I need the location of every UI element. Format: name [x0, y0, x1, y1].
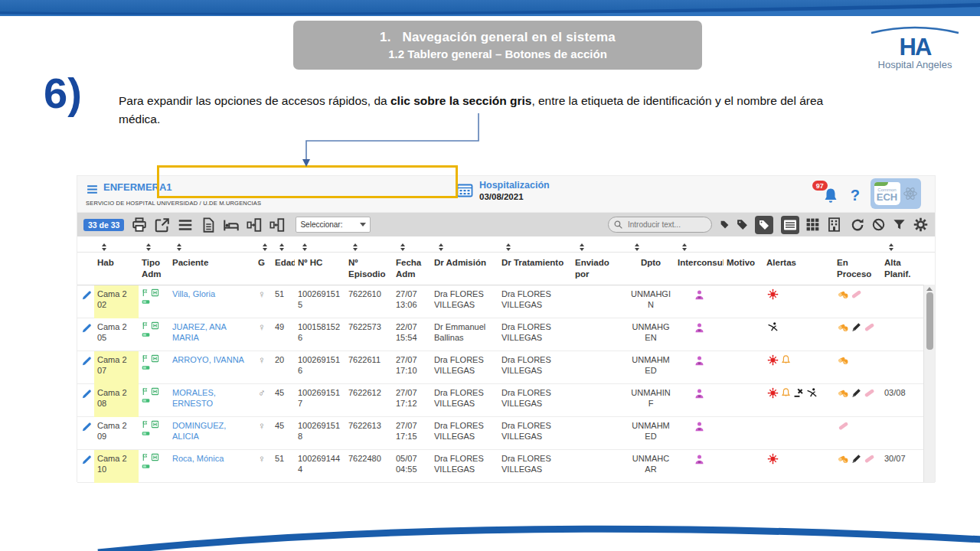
column-header-g[interactable]: G: [255, 253, 272, 269]
printer-icon[interactable]: [131, 217, 148, 233]
document-icon[interactable]: [200, 217, 217, 233]
scrollbar-thumb[interactable]: [926, 292, 933, 350]
edit-pencil-icon[interactable]: [81, 355, 93, 367]
column-header-hab[interactable]: Hab: [94, 253, 139, 269]
hamburger-menu-icon[interactable]: [86, 183, 99, 196]
patient-link[interactable]: Villa, Gloria: [172, 289, 215, 298]
edit-pencil-icon[interactable]: [81, 289, 93, 301]
sort-control-episodio[interactable]: [348, 243, 358, 251]
edit-pencil-icon[interactable]: [81, 421, 93, 432]
table-row[interactable]: Cama 2 09DOMINGUEZ, ALICIA♀4510026915187…: [77, 417, 935, 450]
table-row[interactable]: Cama 2 08MORALES, ERNESTO♂45100269151776…: [77, 384, 935, 417]
select-dropdown-label: Seleccionar:: [300, 220, 342, 229]
record-count-badge[interactable]: 33 de 33: [83, 219, 124, 231]
step-number: 6): [44, 72, 82, 115]
table-scrollbar[interactable]: [923, 285, 935, 482]
admission-type-icons: [142, 289, 168, 307]
tag-small-icon[interactable]: [720, 220, 730, 230]
list-view-icon[interactable]: [781, 216, 799, 234]
table-row[interactable]: Cama 2 07ARROYO, IVANNA♀2010026915167622…: [77, 351, 935, 384]
grid-view-icon[interactable]: [805, 217, 820, 232]
sort-control-hc[interactable]: [298, 243, 307, 251]
sort-control-paciente[interactable]: [172, 243, 181, 251]
transfer-out-icon[interactable]: [246, 217, 263, 233]
pen-icon: [851, 387, 862, 399]
column-header-dr_tratamiento[interactable]: Dr Tratamiento: [498, 253, 572, 269]
column-header-en_proceso: En Proceso: [834, 253, 881, 280]
sort-control-dpto[interactable]: [630, 243, 639, 251]
table-row[interactable]: Cama 2 10Roca, Mónica♀511002691444762248…: [77, 450, 935, 483]
sort-control-fecha_adm[interactable]: [396, 243, 405, 251]
column-header-fecha_adm[interactable]: Fecha Adm: [393, 253, 431, 280]
edit-pencil-icon[interactable]: [81, 322, 93, 334]
sort-control-dr_tratamiento[interactable]: [501, 243, 511, 251]
column-header-paciente[interactable]: Paciente: [169, 253, 255, 269]
column-header-dpto[interactable]: Dpto: [627, 253, 675, 269]
select-dropdown[interactable]: Seleccionar:: [296, 217, 371, 233]
column-header-enviado_por[interactable]: Enviado por: [572, 253, 627, 280]
sort-control-enviado_por[interactable]: [575, 243, 584, 251]
column-header-dr_admision[interactable]: Dr Admisión: [431, 253, 498, 269]
column-header-tipo_adm[interactable]: Tipo Adm: [139, 253, 169, 280]
consult-person-icon[interactable]: [694, 454, 705, 465]
edit-pencil-icon[interactable]: [81, 454, 93, 465]
column-header-episodio[interactable]: Nº Episodio: [345, 253, 393, 280]
cell-episodio: 7622613: [345, 417, 393, 431]
tag-medium-icon[interactable]: [736, 218, 749, 231]
external-link-icon[interactable]: [154, 217, 171, 233]
gray-section-highlight-box[interactable]: [157, 165, 458, 198]
search-box: [608, 217, 712, 233]
column-header-interconsultas[interactable]: Interconsultas: [675, 253, 724, 269]
pills-icon: [838, 387, 849, 399]
tag-selected-icon[interactable]: [755, 216, 773, 234]
cell-paciente: MORALES, ERNESTO: [169, 384, 255, 409]
gavel-icon: [793, 387, 805, 399]
ech-logo-main-text: ECH: [877, 192, 897, 202]
patient-link[interactable]: JUAREZ, ANA MARIA: [172, 322, 226, 342]
consult-person-icon[interactable]: [694, 388, 705, 399]
sort-control-alta_planif[interactable]: [884, 243, 893, 251]
cell-dpto: UNMAHMED: [627, 417, 675, 442]
cell-dr_tratamiento: Dra FLORES VILLEGAS: [498, 450, 572, 475]
refresh-icon[interactable]: [850, 217, 865, 233]
help-button[interactable]: ?: [851, 187, 860, 204]
service-label: SERVICIO DE HOSPITAL UNIVERSIDAD / U.DE …: [86, 200, 261, 207]
cell-hab: [94, 238, 139, 251]
sort-control-tipo_adm[interactable]: [142, 243, 151, 251]
admission-type-icons: [142, 387, 168, 406]
sort-control-edad[interactable]: [275, 243, 284, 251]
sort-control-g[interactable]: [258, 243, 267, 251]
edit-pencil-icon[interactable]: [81, 388, 93, 399]
block-icon[interactable]: [871, 217, 886, 232]
notifications-button[interactable]: 97: [822, 187, 840, 207]
consult-person-icon[interactable]: [694, 421, 705, 432]
sort-control-interconsultas[interactable]: [678, 243, 687, 251]
bed-icon[interactable]: [223, 217, 240, 233]
transfer-in-icon[interactable]: [269, 217, 286, 233]
menu-lines-icon[interactable]: [177, 217, 194, 233]
gear-icon[interactable]: [913, 217, 929, 233]
search-input[interactable]: [608, 217, 712, 233]
cell-alta_planif: [881, 351, 920, 354]
patient-link[interactable]: ARROYO, IVANNA: [172, 355, 244, 364]
filter-icon[interactable]: [892, 217, 906, 232]
cell-edad: 45: [272, 384, 295, 398]
consult-person-icon[interactable]: [694, 289, 705, 301]
cell-interconsultas: [675, 238, 724, 251]
patient-link[interactable]: DOMINGUEZ, ALICIA: [172, 421, 226, 441]
sort-control-hab[interactable]: [97, 243, 106, 251]
column-header-edad[interactable]: Edad: [272, 253, 295, 269]
table-row[interactable]: Cama 2 05JUAREZ, ANA MARIA♀4910015815267…: [77, 318, 935, 351]
patient-link[interactable]: MORALES, ERNESTO: [172, 388, 216, 408]
cell-interconsultas: [675, 384, 724, 399]
consult-person-icon[interactable]: [694, 322, 705, 334]
flag-icon: [142, 387, 150, 396]
sort-control-dr_admision[interactable]: [434, 243, 443, 251]
patient-link[interactable]: Roca, Mónica: [172, 454, 224, 463]
building-grid-icon[interactable]: [826, 217, 842, 233]
table-row[interactable]: Cama 2 02Villa, Gloria♀51100269151576226…: [77, 285, 935, 318]
ech-logo-button[interactable]: Common ECH: [871, 178, 921, 209]
consult-person-icon[interactable]: [694, 355, 705, 367]
column-header-alta_planif[interactable]: Alta Planif.: [881, 253, 920, 280]
column-header-hc[interactable]: Nº HC: [295, 253, 345, 269]
